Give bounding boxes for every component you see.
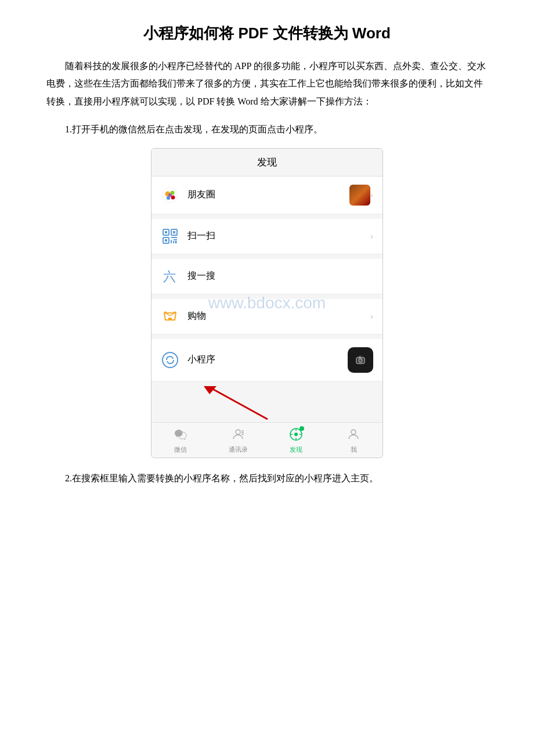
scan-icon (161, 227, 179, 246)
shop-icon (161, 307, 179, 326)
svg-text:六: 六 (163, 269, 176, 284)
tab-me-label: 我 (351, 445, 357, 454)
svg-rect-26 (359, 357, 361, 358)
svg-point-4 (167, 196, 170, 200)
svg-point-5 (168, 193, 172, 197)
page-title: 小程序如何将 PDF 文件转换为 Word (46, 23, 488, 44)
wechat-tabbar: 微信 通讯录 (151, 422, 383, 458)
contacts-tab-icon (231, 427, 245, 444)
step2-text: 2.在搜索框里输入需要转换的小程序名称，然后找到对应的小程序进入主页。 (46, 470, 488, 487)
svg-line-27 (210, 387, 268, 419)
svg-rect-9 (165, 231, 167, 233)
red-arrow-svg (151, 381, 383, 422)
separator-3 (151, 294, 383, 299)
shop-arrow: › (370, 311, 373, 322)
tab-weixin[interactable]: 微信 (151, 427, 210, 454)
pengyouquan-icon (161, 186, 179, 204)
scan-label: 扫一扫 (187, 230, 370, 242)
menu-item-search[interactable]: 六 搜一搜 (151, 259, 383, 294)
discover-tab-icon (289, 427, 303, 444)
svg-rect-11 (165, 239, 167, 242)
separator-1 (151, 214, 383, 219)
pengyouquan-arrow: › (370, 190, 373, 200)
separator-4 (151, 334, 383, 339)
miniprogram-label: 小程序 (187, 354, 348, 366)
svg-rect-19 (168, 318, 172, 320)
svg-point-39 (351, 430, 356, 434)
tab-discover[interactable]: 发现 (267, 427, 325, 454)
separator-2 (151, 254, 383, 259)
svg-point-34 (294, 433, 298, 436)
svg-rect-10 (173, 231, 175, 233)
shop-label: 购物 (187, 310, 370, 322)
me-tab-icon (347, 427, 360, 444)
svg-point-20 (163, 352, 178, 368)
menu-item-miniprogram[interactable]: 小程序 (151, 339, 383, 381)
tab-me[interactable]: 我 (325, 427, 383, 454)
wechat-header: 发现 (151, 149, 383, 177)
weixin-tab-icon (174, 427, 187, 444)
menu-item-scan[interactable]: 扫一扫 › (151, 219, 383, 254)
wechat-screenshot: www.bdocx.com 发现 朋友圈 › (151, 148, 383, 458)
step1-text: 1.打开手机的微信然后在点击发现，在发现的页面点击小程序。 (65, 121, 488, 138)
friend-photo (349, 185, 370, 206)
tab-discover-label: 发现 (290, 445, 302, 454)
tab-contacts-label: 通讯录 (229, 445, 248, 454)
menu-item-shop[interactable]: 购物 › (151, 299, 383, 334)
mini-program-app-icon (348, 347, 373, 373)
tab-weixin-label: 微信 (174, 445, 187, 454)
scan-arrow: › (370, 231, 373, 242)
intro-paragraph: 随着科技的发展很多的小程序已经替代的 APP 的很多功能，小程序可以买东西、点外… (46, 57, 488, 110)
svg-point-29 (236, 430, 240, 434)
pengyouquan-label: 朋友圈 (187, 189, 349, 201)
search-icon: 六 (161, 267, 179, 286)
arrow-area (151, 381, 383, 422)
menu-item-pengyouquan[interactable]: 朋友圈 › (151, 177, 383, 214)
tab-contacts[interactable]: 通讯录 (210, 427, 268, 454)
miniprogram-icon (161, 351, 179, 369)
search-label: 搜一搜 (187, 270, 373, 282)
